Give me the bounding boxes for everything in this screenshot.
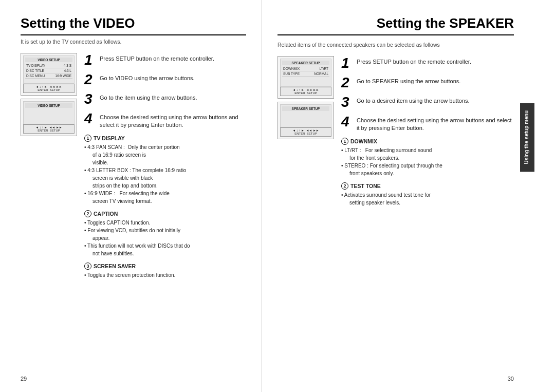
right-screen-box-2: SPEAKER SETUP ◄ ↓ ↑ ► ◄◄ ►► ENTER SETUP [278,102,334,139]
left-note-tv-display-content: • 4:3 PAN SCAN : Only the center portion… [84,143,246,205]
left-step-number-4: 4 [84,111,96,126]
right-step-text-2: Go to SPEAKER using the arrow buttons. [357,76,460,85]
right-step-number-2: 2 [341,76,353,90]
right-page-title: Setting the SPEAKER [278,15,514,35]
left-step-3: 3 Go to the item using the arrow buttons… [84,92,246,106]
right-note-downmix: 1 DOWNMIX • LT/RT : For selecting surrou… [341,138,514,177]
right-step-text-4: Choose the desired setting using the arr… [357,115,514,133]
left-notes: 1 TV DISPLAY • 4:3 PAN SCAN : Only the c… [84,135,246,279]
right-content-area: SPEAKER SETUP DOWNMIXLT/RT SUB TYPENORMA… [278,56,514,212]
left-step-text-2: Go to VIDEO using the arrow buttons. [100,72,195,82]
left-screen-header-1: VIDEO SETUP [25,58,72,62]
left-screen-row-3: DISC MENU16:9 WIDE [25,73,72,79]
left-page-title: Setting the VIDEO [21,15,246,35]
right-note-downmix-title: 1 DOWNMIX [341,138,514,145]
right-note-test-tone: 2 TEST TONE • Activates surround sound t… [341,182,514,207]
right-page: Setting the SPEAKER Related items of the… [262,0,534,392]
left-content-area: VIDEO SETUP TV DISPLAY4:3 S DISC TITLE4:… [21,53,246,284]
right-screen-row-2: SUB TYPENORMAL [282,71,329,77]
right-screen-header-2: SPEAKER SETUP [282,106,329,111]
left-note-tv-display: 1 TV DISPLAY • 4:3 PAN SCAN : Only the c… [84,135,246,205]
left-step-text-4: Choose the desired setting using the arr… [100,111,246,129]
left-note-caption-title: 2 CAPTION [84,210,246,217]
right-title-area: Setting the SPEAKER [278,15,514,39]
right-step-text-1: Press SETUP button on the remote control… [357,56,471,66]
left-note-caption-content: • Toggles CAPTION function. • For viewin… [84,219,246,257]
right-step-number-1: 1 [341,56,353,70]
left-note-screen-saver: 3 SCREEN SAVER • Toggles the screen prot… [84,263,246,279]
left-steps-area: 1 Press SETUP button on the remote contr… [84,53,246,284]
left-page: Setting the VIDEO It is set up to the TV… [0,0,262,392]
left-page-subtitle: It is set up to the TV connected as foll… [21,39,246,45]
right-note-test-tone-content: • Activates surround sound test tone for… [341,191,514,207]
left-screen-box-2: VIDEO SETUP ◄ ↓ ↑ ► ◄◄ ►► ENTER SETUP [21,99,77,136]
right-screen-controls-2: ◄ ↓ ↑ ► ◄◄ ►► ENTER SETUP [280,127,331,137]
left-step-2: 2 Go to VIDEO using the arrow buttons. [84,72,246,87]
right-screen-controls-1: ◄ ↓ ↑ ► ◄◄ ►► ENTER SETUP [280,87,331,96]
right-step-number-3: 3 [341,95,353,109]
left-page-number: 29 [21,376,27,382]
side-tab: Using the setup menu [520,103,534,172]
right-screen-box-1: SPEAKER SETUP DOWNMIXLT/RT SUB TYPENORMA… [278,56,334,99]
right-step-3: 3 Go to a desired item using the arrow b… [341,95,514,109]
left-step-text-1: Press SETUP button on the remote control… [100,53,214,63]
left-step-number-1: 1 [84,53,96,67]
left-note-caption: 2 CAPTION • Toggles CAPTION function. • … [84,210,246,257]
right-screen-thumbnails: SPEAKER SETUP DOWNMIXLT/RT SUB TYPENORMA… [278,56,334,212]
left-note-screen-saver-content: • Toggles the screen protection function… [84,271,246,279]
left-screen-controls-2: ◄ ↓ ↑ ► ◄◄ ►► ENTER SETUP [23,124,75,134]
left-step-4: 4 Choose the desired setting using the a… [84,111,246,129]
left-screen-row-1: TV DISPLAY4:3 S [25,63,72,68]
left-note-tv-display-title: 1 TV DISPLAY [84,135,246,142]
right-step-number-4: 4 [341,115,353,129]
left-screen-thumbnails: VIDEO SETUP TV DISPLAY4:3 S DISC TITLE4:… [21,53,77,284]
right-step-text-3: Go to a desired item using the arrow but… [357,95,470,105]
right-step-1: 1 Press SETUP button on the remote contr… [341,56,514,70]
left-step-1: 1 Press SETUP button on the remote contr… [84,53,246,67]
left-screen-row-2: DISC TITLE4:3 L [25,68,72,73]
left-screen-header-2: VIDEO SETUP [25,103,72,108]
right-step-2: 2 Go to SPEAKER using the arrow buttons. [341,76,514,90]
right-note-test-tone-title: 2 TEST TONE [341,182,514,190]
right-steps-area: 1 Press SETUP button on the remote contr… [341,56,514,212]
left-screen-box-1: VIDEO SETUP TV DISPLAY4:3 S DISC TITLE4:… [21,53,77,96]
right-page-number: 30 [508,376,514,382]
left-step-number-3: 3 [84,92,96,106]
left-note-screen-saver-title: 3 SCREEN SAVER [84,263,246,270]
right-notes: 1 DOWNMIX • LT/RT : For selecting surrou… [341,138,514,207]
left-step-number-2: 2 [84,72,96,87]
left-step-text-3: Go to the item using the arrow buttons. [100,92,197,102]
right-step-4: 4 Choose the desired setting using the a… [341,115,514,133]
side-tab-text: Using the setup menu [524,110,529,164]
left-screen-controls-1: ◄ ↓ ↑ ► ◄◄ ►► ENTER SETUP [23,84,75,93]
right-note-downmix-content: • LT/RT : For selecting surround sound f… [341,146,514,177]
right-screen-row-1: DOWNMIXLT/RT [282,66,329,71]
right-page-subtitle: Related items of the connected speakers … [278,42,514,48]
right-screen-header-1: SPEAKER SETUP [282,61,329,65]
